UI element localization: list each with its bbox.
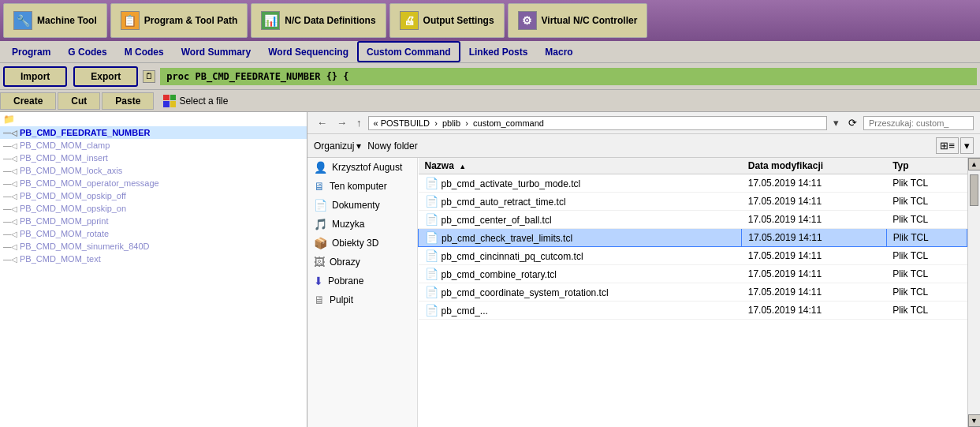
file-row[interactable]: 📄pb_cmd_coordinate_system_rotation.tcl 1… bbox=[419, 283, 967, 302]
tab-linked-posts[interactable]: Linked Posts bbox=[460, 41, 537, 62]
tab-word-sequencing[interactable]: Word Sequencing bbox=[259, 41, 357, 62]
nav-output-settings-label: Output Settings bbox=[423, 15, 494, 26]
nav-virtual-nc[interactable]: ⚙ Virtual N/C Controller bbox=[508, 3, 648, 38]
cut-button[interactable]: Cut bbox=[58, 92, 100, 110]
downloads-icon: ⬇ bbox=[314, 275, 323, 287]
column-typ[interactable]: Typ bbox=[886, 158, 967, 174]
place-muzyka[interactable]: 🎵 Muzyka bbox=[307, 215, 417, 234]
nav-output-settings[interactable]: 🖨 Output Settings bbox=[389, 3, 505, 38]
export-button[interactable]: Export bbox=[73, 66, 138, 87]
organize-bar: Organizuj ▾ Nowy folder ⊞≡ ▾ bbox=[307, 134, 980, 158]
tree-arrow-icon-9: —◁ bbox=[3, 230, 17, 238]
nav-machine-tool[interactable]: 🔧 Machine Tool bbox=[3, 3, 107, 38]
file-row-selected[interactable]: 📄pb_cmd_check_travel_limits.tcl 17.05.20… bbox=[419, 229, 967, 247]
tree-panel: 📁 —◁ PB_CMD_FEEDRATE_NUMBER —◁ PB_CMD_MO… bbox=[0, 112, 307, 427]
tree-arrow-icon-4: —◁ bbox=[3, 167, 17, 175]
view-dropdown-button[interactable]: ▾ bbox=[960, 137, 974, 154]
new-folder-button[interactable]: Nowy folder bbox=[367, 140, 417, 152]
back-button[interactable]: ← bbox=[314, 115, 330, 130]
scroll-down-button[interactable]: ▼ bbox=[968, 414, 981, 427]
place-ten-komputer[interactable]: 🖥 Ten komputer bbox=[307, 177, 417, 196]
tab-program[interactable]: Program bbox=[3, 41, 59, 62]
tree-arrow-icon-10: —◁ bbox=[3, 242, 17, 251]
file-icon: 📄 bbox=[425, 268, 438, 280]
tree-item-insert[interactable]: —◁ PB_CMD_MOM_insert bbox=[0, 152, 307, 164]
column-nazwa[interactable]: Nazwa ▲ bbox=[419, 158, 742, 174]
select-file-text: Select a file bbox=[179, 96, 228, 107]
sort-arrow: ▲ bbox=[459, 163, 466, 170]
file-table: Nazwa ▲ Data modyfikacji Typ bbox=[418, 158, 967, 320]
tree-arrow-icon-3: —◁ bbox=[3, 154, 17, 163]
place-krzysztof[interactable]: 👤 Krzysztof August bbox=[307, 158, 417, 177]
place-pulpit[interactable]: 🖥 Pulpit bbox=[307, 290, 417, 309]
tree-item-text[interactable]: —◁ PB_CMD_MOM_text bbox=[0, 253, 307, 265]
nav-program-tool-path-label: Program & Tool Path bbox=[144, 15, 237, 26]
file-icon: 📄 bbox=[425, 195, 438, 208]
tab-custom-command[interactable]: Custom Command bbox=[357, 41, 460, 62]
file-row[interactable]: 📄pb_cmd_auto_retract_time.tcl 17.05.2019… bbox=[419, 193, 967, 211]
nav-program-tool-path[interactable]: 📋 Program & Tool Path bbox=[110, 3, 248, 38]
create-button[interactable]: Create bbox=[0, 92, 56, 110]
view-toggle-button[interactable]: ⊞≡ bbox=[936, 137, 959, 154]
organize-dropdown-icon: ▾ bbox=[356, 140, 361, 152]
dropdown-button[interactable]: ▾ bbox=[830, 115, 842, 130]
file-row[interactable]: 📄pb_cmd_activate_turbo_mode.tcl 17.05.20… bbox=[419, 174, 967, 193]
nav-nc-data-definitions[interactable]: 📊 N/C Data Definitions bbox=[251, 3, 386, 38]
scroll-thumb[interactable] bbox=[970, 174, 978, 206]
tree-root-folder: 📁 bbox=[0, 112, 307, 126]
place-obiekty-3d[interactable]: 📦 Obiekty 3D bbox=[307, 234, 417, 253]
tree-arrow-icon-11: —◁ bbox=[3, 255, 17, 264]
tree-item-opskip-off[interactable]: —◁ PB_CMD_MOM_opskip_off bbox=[0, 189, 307, 202]
paste-button[interactable]: Paste bbox=[102, 92, 154, 110]
tree-item-lock-axis[interactable]: —◁ PB_CMD_MOM_lock_axis bbox=[0, 164, 307, 177]
proc-bar: proc PB_CMD_FEEDRATE_NUMBER {} { bbox=[160, 68, 977, 85]
documents-icon: 📄 bbox=[314, 199, 327, 212]
tab-word-summary[interactable]: Word Summary bbox=[173, 41, 259, 62]
select-file-area: Select a file bbox=[163, 95, 228, 107]
small-icon-1: 🗒 bbox=[143, 70, 155, 83]
images-icon: 🖼 bbox=[314, 256, 325, 268]
tree-arrow-icon-5: —◁ bbox=[3, 179, 17, 188]
tree-item-rotate[interactable]: —◁ PB_CMD_MOM_rotate bbox=[0, 227, 307, 240]
tree-arrow-icon-6: —◁ bbox=[3, 192, 17, 200]
main-content: 📁 —◁ PB_CMD_FEEDRATE_NUMBER —◁ PB_CMD_MO… bbox=[0, 112, 980, 427]
desktop-icon: 🖥 bbox=[314, 294, 325, 306]
file-row[interactable]: 📄pb_cmd_combine_rotary.tcl 17.05.2019 14… bbox=[419, 265, 967, 283]
folder-icon: 📁 bbox=[3, 114, 15, 125]
organize-button[interactable]: Organizuj ▾ bbox=[314, 140, 361, 152]
import-button[interactable]: Import bbox=[3, 66, 67, 87]
tree-item-operator-msg[interactable]: —◁ PB_CMD_MOM_operator_message bbox=[0, 177, 307, 189]
tree-arrow-icon-7: —◁ bbox=[3, 204, 17, 213]
file-row[interactable]: 📄pb_cmd_center_of_ball.tcl 17.05.2019 14… bbox=[419, 211, 967, 229]
tree-item-sinumerik[interactable]: —◁ PB_CMD_MOM_sinumerik_840D bbox=[0, 240, 307, 253]
column-data-mod[interactable]: Data modyfikacji bbox=[742, 158, 886, 174]
breadcrumb-path[interactable]: « POSTBUILD › pblib › custom_command bbox=[368, 116, 828, 130]
refresh-button[interactable]: ⟳ bbox=[845, 115, 860, 130]
breadcrumb-bar: ← → ↑ « POSTBUILD › pblib › custom_comma… bbox=[307, 112, 980, 134]
forward-button[interactable]: → bbox=[333, 115, 350, 130]
objects3d-icon: 📦 bbox=[314, 237, 327, 249]
file-row[interactable]: 📄pb_cmd_... 17.05.2019 14:11 Plik TCL bbox=[419, 302, 967, 320]
program-tool-path-icon: 📋 bbox=[121, 11, 140, 30]
tab-macro[interactable]: Macro bbox=[536, 41, 581, 62]
scroll-track[interactable] bbox=[968, 170, 980, 414]
tree-arrow-icon-2: —◁ bbox=[3, 141, 17, 150]
second-nav-bar: Program G Codes M Codes Word Summary Wor… bbox=[0, 41, 980, 63]
file-row[interactable]: 📄pb_cmd_cincinnati_pq_cutcom.tcl 17.05.2… bbox=[419, 247, 967, 265]
scroll-up-button[interactable]: ▲ bbox=[968, 158, 981, 170]
place-obrazy[interactable]: 🖼 Obrazy bbox=[307, 253, 417, 272]
tab-g-codes[interactable]: G Codes bbox=[59, 41, 115, 62]
nav-nc-data-label: N/C Data Definitions bbox=[285, 15, 375, 26]
place-dokumenty[interactable]: 📄 Dokumenty bbox=[307, 196, 417, 215]
tab-m-codes[interactable]: M Codes bbox=[116, 41, 173, 62]
place-pobrane[interactable]: ⬇ Pobrane bbox=[307, 272, 417, 290]
machine-tool-icon: 🔧 bbox=[13, 11, 32, 30]
scrollbar[interactable]: ▲ ▼ bbox=[967, 158, 980, 427]
tree-item-feedrate[interactable]: —◁ PB_CMD_FEEDRATE_NUMBER bbox=[0, 126, 307, 139]
search-input[interactable] bbox=[863, 116, 974, 130]
tree-item-pprint[interactable]: —◁ PB_CMD_MOM_pprint bbox=[0, 215, 307, 227]
tree-item-opskip-on[interactable]: —◁ PB_CMD_MOM_opskip_on bbox=[0, 202, 307, 215]
up-button[interactable]: ↑ bbox=[353, 115, 365, 130]
tree-item-clamp[interactable]: —◁ PB_CMD_MOM_clamp bbox=[0, 139, 307, 152]
file-area: 👤 Krzysztof August 🖥 Ten komputer 📄 Doku… bbox=[307, 158, 980, 427]
